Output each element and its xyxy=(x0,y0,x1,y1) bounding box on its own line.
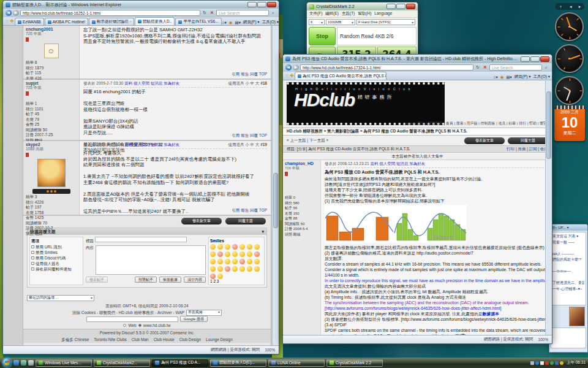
fg-url-field[interactable]: http://www.hd.club.tw/thread-17324-1-1.h… xyxy=(300,64,473,71)
menu-item[interactable]: 編輯(E) xyxy=(325,11,339,17)
forum-jump-select[interactable]: 最近訪問的論壇 ...▾ xyxy=(27,295,94,301)
new-post-button[interactable]: 發表新文章 xyxy=(181,218,222,224)
back-button[interactable]: ◄ xyxy=(285,64,292,71)
maximize-button[interactable] xyxy=(530,56,540,62)
ie-window-foreground[interactable]: 為何 PS3 撥放 CD Audio 聲音不准,請教 PQLS 和 H.A.T.… xyxy=(282,54,552,344)
option-checkbox[interactable]: 禁用 Discuz!代碼 xyxy=(31,255,81,261)
smiley-icon[interactable]: ☺ xyxy=(225,251,230,257)
radio-web[interactable] xyxy=(123,324,126,327)
smiley-icon[interactable]: ☺ xyxy=(232,251,238,257)
menu-item[interactable]: Language xyxy=(374,11,392,17)
footer-nav-link[interactable]: Toronto Nite Clubs xyxy=(94,337,126,342)
refresh-icon[interactable]: ↻ xyxy=(475,64,481,71)
smiley-icon[interactable]: ☺ xyxy=(239,244,245,250)
page-menu[interactable]: 網頁(P) ▾ xyxy=(514,74,531,80)
smiley-icon[interactable]: ☺ xyxy=(247,259,252,264)
bg-zoom-level[interactable]: 100% xyxy=(265,348,275,352)
search-magnifier-icon[interactable]: ⌕ xyxy=(270,10,276,16)
print-icon[interactable]: ▤▾ xyxy=(235,20,240,25)
print-icon[interactable]: ▤▾ xyxy=(506,75,511,80)
footer-nav-link[interactable]: Club Man xyxy=(132,337,149,342)
taskbar-button-cdm1[interactable]: CrystalDiskMark2... xyxy=(94,359,150,367)
reply-content-textarea[interactable] xyxy=(96,245,206,275)
calendar-gadget[interactable]: 2009 二月 10 星期二 xyxy=(554,105,585,141)
smiley-icon[interactable]: ☺ xyxy=(247,251,252,257)
sidebar-gadget-controls[interactable]: ＋◂▸ xyxy=(555,3,584,10)
feeds-icon[interactable]: ◉ xyxy=(500,75,504,80)
reply-button[interactable]: 回覆主題 xyxy=(225,218,266,224)
option-checkbox[interactable]: 禁用 Smilies xyxy=(31,250,81,255)
tab-5[interactable]: 平平是INTEL VS6... xyxy=(175,18,221,25)
restore-button[interactable]: 恢復數據 xyxy=(159,277,181,283)
reply-button[interactable]: 回覆主題 xyxy=(508,137,548,144)
back-button[interactable]: ◄ xyxy=(6,10,12,16)
breadcrumb[interactable]: HD.club 精研視務所 » 第六層影音討論區 » 為何 PS3 撥放 CD … xyxy=(283,128,552,136)
menu-item[interactable]: 幫助(H) xyxy=(358,11,371,17)
smiley-icon[interactable]: ☺ xyxy=(210,244,216,250)
menu-item[interactable]: 文件(F) xyxy=(309,11,322,17)
smiley-icon[interactable]: ☺ xyxy=(210,259,216,264)
tray-icon[interactable] xyxy=(530,361,534,365)
tray-icon[interactable] xyxy=(540,361,544,365)
user-links-bar[interactable]: popole: 退出 | 好友列表 | 會員 | 搜索 | 用戶組 | 控制面板… xyxy=(405,121,547,126)
refresh-icon[interactable]: ↻ xyxy=(202,10,208,16)
smiley-icon[interactable]: ☺ xyxy=(217,266,223,272)
clock-gadget[interactable] xyxy=(555,76,584,105)
taskbar-button-cdm2[interactable]: CrystalDiskMark 2.2 xyxy=(326,359,383,367)
page-menu[interactable]: 網頁(P) ▾ xyxy=(243,20,260,25)
drive-select[interactable]: F:Hard Disk [NTFS]▾ xyxy=(356,19,415,25)
reply-title-input[interactable] xyxy=(95,237,187,242)
quicklaunch-desktop-icon[interactable] xyxy=(21,360,26,366)
smiley-icon[interactable]: ☺ xyxy=(210,251,216,257)
username[interactable]: champion_HD xyxy=(285,161,318,166)
close-button[interactable] xyxy=(540,56,549,62)
taskbar-clock[interactable]: 上午 06:31 xyxy=(567,360,586,366)
footer-nav-link[interactable]: Club House xyxy=(154,337,175,342)
radio-site[interactable] xyxy=(138,324,141,327)
forward-button[interactable]: ► xyxy=(13,10,19,16)
username[interactable]: supjet xyxy=(26,81,77,85)
favorites-star-icon[interactable]: ☆ xyxy=(5,18,9,25)
footer-nav-link[interactable]: Club Design xyxy=(179,337,201,342)
smiley-icon[interactable]: ☺ xyxy=(247,244,252,250)
messenger-input[interactable] xyxy=(551,328,586,348)
tray-icon[interactable] xyxy=(560,361,564,365)
smiley-icon[interactable]: ☺ xyxy=(239,251,245,257)
bg-url-field[interactable]: http://www.hd.club.tw/thread-16252-1-1.h… xyxy=(20,10,200,16)
style-select[interactable]: 界面風格▾ xyxy=(186,310,222,316)
taskbar-button-luna[interactable]: LUNA Online xyxy=(268,359,325,367)
tools-menu[interactable]: 工具(O) ▾ xyxy=(262,20,279,25)
minimize-button[interactable] xyxy=(521,56,530,62)
add-favorite-icon[interactable]: ✚ xyxy=(10,18,14,25)
menu-item[interactable]: 主題(T) xyxy=(342,11,355,17)
start-button[interactable] xyxy=(2,358,12,367)
fg-titlebar[interactable]: 為何 PS3 撥放 CD Audio 聲音不准,請教 PQLS 和 H.A.T.… xyxy=(283,55,552,63)
meter-gadget[interactable] xyxy=(555,44,584,73)
stop-all-button[interactable]: Stop xyxy=(309,27,336,45)
test-count-select[interactable]: 6▾ xyxy=(309,19,325,25)
fg-zoom-level[interactable]: 100% xyxy=(538,337,548,342)
fg-scrollbar[interactable] xyxy=(545,81,552,335)
smiley-icon[interactable]: ☺ xyxy=(254,259,260,264)
smiley-icon[interactable]: ☺ xyxy=(210,274,216,279)
minimize-button[interactable] xyxy=(247,2,257,7)
smiley-icon[interactable]: ☺ xyxy=(232,244,238,250)
post-actions[interactable]: 引用 報告 回覆 TOP xyxy=(232,133,267,139)
smiley-icon[interactable]: ☺ xyxy=(217,274,223,279)
preview-button[interactable]: 預覽帖子 xyxy=(135,277,157,283)
taskbar-button-ie-background[interactable]: 體驗想要換人D(E)... xyxy=(210,359,266,367)
messenger-window[interactable]: 帥~ UP... ▾ 東京貨這 只看 ▾視窗一般 ~~~HA人~~~~~~體貼的… xyxy=(549,224,588,353)
google-search-button[interactable]: Google 搜尋 xyxy=(180,316,208,322)
close-button[interactable] xyxy=(267,2,276,7)
post-tools[interactable]: 使用道具 小 中 大 xyxy=(228,142,259,147)
smiley-icon[interactable]: ☺ xyxy=(254,251,260,257)
new-post-button[interactable]: 發表新文章 xyxy=(464,137,505,144)
forward-button[interactable]: ► xyxy=(293,64,299,71)
username[interactable]: enchung2001 xyxy=(26,27,77,31)
tab-2[interactable]: AKIBA PC Hotline! xyxy=(45,18,88,25)
bg-scrollbar[interactable] xyxy=(272,26,279,345)
maximize-button[interactable] xyxy=(257,2,266,7)
messenger-header[interactable]: 帥~ UP... ▾ xyxy=(549,224,587,231)
search-magnifier-icon[interactable]: ⌕ xyxy=(543,64,549,71)
post-actions[interactable]: 引用 報告 回覆 TOP xyxy=(232,208,267,213)
